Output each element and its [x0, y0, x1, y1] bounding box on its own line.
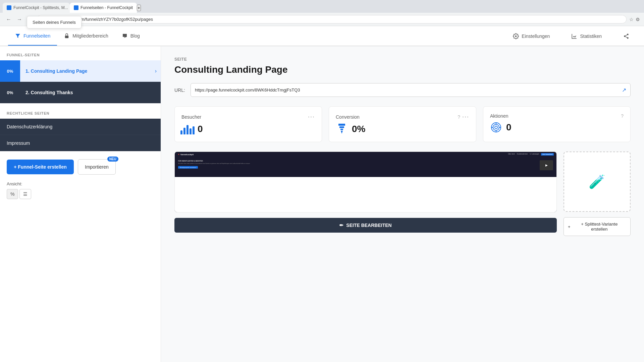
nav-share[interactable]	[616, 27, 636, 45]
stat-card-besucher: Besucher ···	[174, 106, 322, 142]
besucher-more[interactable]: ···	[308, 113, 315, 120]
svg-point-1	[515, 36, 517, 37]
legal-item-datenschutz[interactable]: Datenschutzerklärung	[0, 119, 161, 135]
bar-1	[180, 130, 182, 134]
funnel-page-1-percent: 0%	[0, 60, 20, 82]
funnel-section-label: FUNNEL-SEITEN	[0, 46, 161, 60]
gear-icon	[513, 33, 519, 39]
variant-preview: 🧪	[564, 152, 631, 212]
aktionen-label: Aktionen	[490, 113, 508, 119]
bookmark-icon[interactable]: ☆	[629, 17, 634, 22]
tab-1-label: FunnelCockpit - Splittests, M...	[13, 5, 68, 10]
view-percent-button[interactable]: %	[7, 189, 18, 199]
stat-icon-val-conversion: 0%	[336, 123, 469, 135]
conversion-icon	[336, 123, 348, 135]
nav-einstellungen-label: Einstellungen	[522, 34, 550, 39]
stat-icon-val-aktionen: 0	[490, 121, 624, 133]
create-funnel-page-button[interactable]: + Funnel-Seite erstellen	[7, 160, 74, 174]
tab-2-label: Funnelseiten - FunnelCockpit	[80, 5, 133, 10]
nav-mitgliederbereich-label: Mitgliederbereich	[72, 33, 108, 39]
edit-page-label: SEITE BEARBEITEN	[346, 223, 391, 228]
create-variant-button[interactable]: + + Splittest-Variante erstellen	[564, 217, 631, 236]
import-btn-wrap: Importieren NEU	[78, 159, 116, 175]
stat-card-aktionen-header: Aktionen ?	[490, 113, 624, 119]
play-icon: ▶	[545, 164, 548, 167]
bar-5	[193, 126, 195, 134]
view-label: Ansicht:	[7, 181, 154, 186]
mockup-heading: FÜR DIENSTLEISTER & BERATER:	[178, 160, 536, 162]
mockup-cta: Strategiegespräch vereinbaren!	[178, 166, 198, 169]
url-input-wrap: https://page.funnelcockpit.com/8WK6HddcT…	[191, 83, 631, 97]
mockup-nav: Über mich Kundenstimmen U. Leistungen Je…	[508, 153, 554, 156]
legal-section: RECHTLICHE SEITEN Datenschutzerklärung I…	[0, 105, 161, 151]
bar-3	[186, 125, 189, 134]
nav-statistiken[interactable]: Statistiken	[565, 27, 608, 45]
import-badge: NEU	[107, 157, 118, 162]
mockup-video: ▶	[540, 160, 553, 170]
chat-icon	[122, 33, 128, 39]
svg-rect-6	[339, 126, 344, 128]
besucher-icon	[181, 123, 194, 135]
funnel-conversion-icon	[337, 123, 347, 135]
bar-chart-icon	[180, 124, 195, 134]
conversion-more[interactable]: ···	[462, 113, 469, 120]
view-list-icon: ☰	[23, 191, 28, 197]
main-preview-card: 🔻 funnelcockpit Über mich Kundenstimmen …	[174, 152, 557, 236]
target-icon	[491, 122, 501, 133]
back-button[interactable]: ←	[4, 15, 13, 24]
browser-actions: ☆ ⚙	[629, 17, 640, 22]
funnel-page-item-2[interactable]: 0% 2. Consulting Thanks	[0, 82, 161, 103]
url-bar[interactable]: app.funnelcockpit.com/funnel/zhYZY7b0zgo…	[37, 15, 627, 23]
app: Seiten deines Funnels Funnelseiten Mitgl…	[0, 26, 644, 362]
url-label: URL:	[174, 87, 185, 93]
tab-bar: FunnelCockpit - Splittests, M... ✕ Funne…	[0, 0, 644, 13]
forward-button[interactable]: →	[15, 15, 24, 24]
page-label: SEITE	[174, 57, 631, 62]
bar-4	[190, 128, 192, 134]
legal-item-impressum[interactable]: Impressum	[0, 135, 161, 151]
nav-blog[interactable]: Blog	[115, 27, 147, 46]
preview-section: 🔻 funnelcockpit Über mich Kundenstimmen …	[174, 152, 631, 236]
tab-2[interactable]: Funnelseiten - FunnelCockpit ✕	[70, 3, 137, 13]
funnel-page-item-1[interactable]: 0% 1. Consulting Landing Page ›	[0, 60, 161, 82]
edit-icon: ✏	[339, 223, 343, 228]
import-btn-label: Importieren	[85, 164, 109, 170]
create-btn-label: + Funnel-Seite erstellen	[14, 164, 67, 170]
new-tab-button[interactable]: +	[137, 5, 141, 11]
tab-1[interactable]: FunnelCockpit - Splittests, M... ✕	[3, 3, 70, 13]
edit-page-button[interactable]: ✏ SEITE BEARBEITEN	[174, 218, 557, 233]
svg-point-4	[627, 37, 629, 39]
flask-icon: 🧪	[589, 174, 605, 190]
mockup-nav-1: Über mich	[508, 153, 515, 156]
nav-right: Einstellungen Statistiken	[506, 27, 636, 45]
conversion-help-icon[interactable]: ?	[458, 114, 460, 120]
extensions-icon[interactable]: ⚙	[636, 17, 640, 22]
nav-mitgliederbereich[interactable]: Mitgliederbereich	[57, 27, 115, 46]
external-link-icon[interactable]: ↗	[622, 87, 626, 93]
stat-card-conversion: Conversion ? ···	[329, 106, 476, 142]
nav-einstellungen[interactable]: Einstellungen	[506, 27, 556, 45]
mockup-nav-3: U. Leistungen	[530, 153, 539, 156]
besucher-value: 0	[198, 124, 203, 134]
funnel-page-2-name: 2. Consulting Thanks	[20, 90, 161, 95]
nav-blog-label: Blog	[130, 33, 140, 39]
stat-card-aktionen: Aktionen ?	[483, 106, 631, 142]
conversion-value: 0%	[352, 124, 365, 134]
tooltip: Seiten deines Funnels	[27, 16, 82, 28]
svg-marker-8	[341, 131, 343, 134]
sidebar: FUNNEL-SEITEN 0% 1. Consulting Landing P…	[0, 46, 161, 362]
view-list-button[interactable]: ☰	[19, 189, 31, 199]
page-title: Consulting Landing Page	[174, 64, 631, 75]
nav-funnelseiten[interactable]: Funnelseiten	[8, 27, 57, 46]
create-variant-plus: +	[568, 224, 571, 229]
url-row: URL: https://page.funnelcockpit.com/8WK6…	[174, 83, 631, 97]
main-layout: FUNNEL-SEITEN 0% 1. Consulting Landing P…	[0, 46, 644, 362]
chart-icon	[571, 33, 577, 39]
tab-2-close[interactable]: ✕	[136, 6, 137, 10]
aktionen-value: 0	[506, 122, 512, 133]
preview-inner: 🔻 funnelcockpit Über mich Kundenstimmen …	[175, 152, 556, 212]
url-text: app.funnelcockpit.com/funnel/zhYZY7b0zgo…	[41, 17, 622, 22]
nav-statistiken-label: Statistiken	[580, 34, 602, 39]
aktionen-help-icon[interactable]: ?	[621, 113, 624, 119]
btn-row: + Funnel-Seite erstellen Importieren NEU	[7, 159, 154, 175]
